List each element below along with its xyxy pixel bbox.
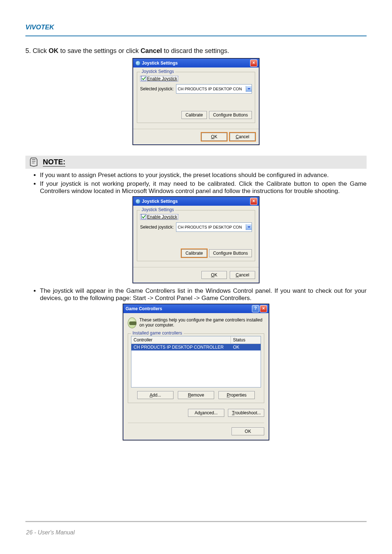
step-number: 5. [25, 47, 31, 54]
gamepad-icon [128, 317, 136, 328]
manual-page: VIVOTEK 5. Click OK to save the settings… [0, 0, 392, 554]
gc-legend: Installed game controllers [131, 331, 184, 336]
note-list: If you want to assign Preset actions to … [25, 172, 367, 195]
gc-description: These settings help you configure the ga… [139, 317, 264, 328]
properties-button[interactable]: Properties [219, 391, 255, 399]
selected-joystick-label: Selected joystick: [140, 225, 174, 230]
cancel-button[interactable]: Cancel [230, 271, 255, 279]
step-cancel-word: Cancel [140, 47, 162, 54]
app-icon [135, 61, 140, 66]
dialog-title: Joystick Settings [142, 199, 178, 204]
selected-joystick-value: CH PRODUCTS IP DESKTOP CON [178, 225, 242, 229]
step-ok-word: OK [49, 47, 58, 54]
top-divider [25, 36, 367, 36]
remove-button[interactable]: Remove [178, 391, 214, 399]
titlebar[interactable]: Game Controllers ? × [123, 304, 269, 313]
bottom-divider [25, 521, 367, 522]
note-heading-bar: NOTE: [25, 156, 367, 169]
note-title: NOTE: [43, 158, 65, 167]
game-controllers-dialog: Game Controllers ? × These settings help… [123, 304, 269, 440]
brand-heading: VIVOTEK [25, 24, 367, 31]
page-footer: 26 - User's Manual [26, 529, 75, 536]
ok-button[interactable]: OK [232, 427, 264, 435]
fieldset-legend: Joystick Settings [140, 69, 175, 74]
checkbox-icon [141, 76, 146, 81]
note-bullet-3: The joystick will appear in the Game Con… [40, 287, 367, 302]
checkbox-icon [141, 214, 146, 219]
ok-button[interactable]: OOKK [201, 133, 227, 141]
enable-joystick-checkbox[interactable]: Enable Joystick [140, 76, 178, 82]
titlebar[interactable]: Joystick Settings × [133, 59, 259, 67]
advanced-button[interactable]: Advanced... [188, 409, 224, 417]
note-icon [29, 157, 39, 167]
help-icon[interactable]: ? [252, 305, 259, 312]
close-icon[interactable]: × [250, 59, 257, 67]
chevron-down-icon [246, 224, 252, 230]
list-item[interactable]: CH PRODUCTS IP DESKTOP CONTROLLER OK [131, 344, 261, 350]
troubleshoot-button[interactable]: Troubleshoot... [228, 409, 264, 417]
note-list-2: The joystick will appear in the Game Con… [25, 287, 367, 302]
fieldset-legend: Joystick Settings [140, 207, 175, 212]
dialog-title: Joystick Settings [142, 61, 178, 66]
configure-buttons-button[interactable]: Configure Buttons [209, 111, 252, 119]
col-controller: Controller [131, 336, 231, 344]
close-icon[interactable]: × [260, 305, 267, 312]
step-prefix: Click [33, 47, 49, 54]
enable-joystick-label: Enable Joystick [147, 76, 177, 81]
selected-joystick-label: Selected joystick: [140, 86, 174, 91]
joystick-fieldset: Joystick Settings Enable Joystick Select… [137, 210, 255, 261]
joystick-settings-dialog-1: Joystick Settings × Joystick Settings En… [133, 58, 259, 145]
app-icon [135, 199, 140, 204]
configure-buttons-button[interactable]: Configure Buttons [209, 249, 252, 257]
listview-header: Controller Status [131, 336, 261, 344]
ok-button[interactable]: OK [201, 271, 227, 279]
note-bullet-2: If your joystick is not working properly… [40, 180, 367, 195]
selected-joystick-combo[interactable]: CH PRODUCTS IP DESKTOP CON [176, 222, 252, 232]
enable-joystick-label: Enable Joystick [147, 214, 177, 219]
chevron-down-icon [246, 86, 252, 92]
titlebar[interactable]: Joystick Settings × [133, 197, 259, 206]
step-mid: to save the settings or click [58, 47, 140, 54]
controllers-listview[interactable]: Controller Status CH PRODUCTS IP DESKTOP… [131, 336, 261, 387]
cancel-button[interactable]: Cancel [230, 133, 255, 141]
dialog-title: Game Controllers [126, 306, 162, 311]
add-button[interactable]: Add... [137, 391, 173, 399]
installed-controllers-fieldset: Installed game controllers Controller St… [128, 333, 264, 403]
calibrate-button[interactable]: Calibrate [181, 111, 207, 119]
controller-name: CH PRODUCTS IP DESKTOP CONTROLLER [131, 344, 231, 350]
controller-status: OK [231, 344, 261, 350]
calibrate-button[interactable]: Calibrate [181, 249, 207, 257]
step-instruction: 5. Click OK to save the settings or clic… [25, 47, 367, 55]
step-suffix: to discard the settings. [162, 47, 229, 54]
selected-joystick-value: CH PRODUCTS IP DESKTOP CON [178, 87, 242, 91]
joystick-settings-dialog-2: Joystick Settings × Joystick Settings En… [133, 197, 259, 283]
note-bullet-1: If you want to assign Preset actions to … [40, 172, 367, 179]
enable-joystick-checkbox[interactable]: Enable Joystick [140, 214, 178, 220]
close-icon[interactable]: × [250, 198, 257, 205]
col-status: Status [231, 336, 261, 344]
selected-joystick-combo[interactable]: CH PRODUCTS IP DESKTOP CON [176, 84, 252, 94]
joystick-fieldset: Joystick Settings Enable Joystick Select… [137, 72, 255, 123]
